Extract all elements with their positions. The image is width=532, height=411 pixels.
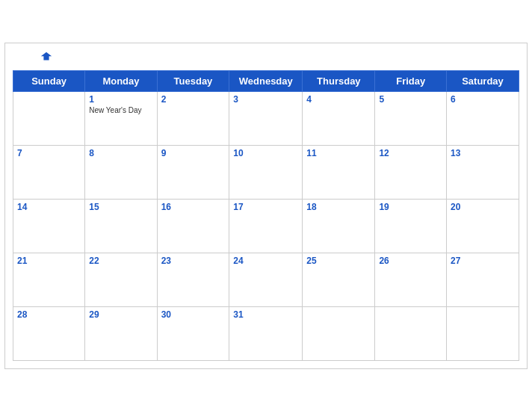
day-number: 25 xyxy=(306,256,371,266)
calendar-table: SundayMondayTuesdayWednesdayThursdayFrid… xyxy=(13,70,519,361)
holiday-label: New Year's Day xyxy=(89,106,152,115)
day-number: 29 xyxy=(89,309,152,320)
calendar-cell: 22 xyxy=(85,253,157,306)
weekday-header-saturday: Saturday xyxy=(447,70,519,91)
calendar-cell: 2 xyxy=(157,91,229,145)
day-number: 14 xyxy=(17,202,81,212)
calendar-cell: 16 xyxy=(157,199,229,253)
calendar-cell: 6 xyxy=(447,91,519,145)
day-number: 19 xyxy=(379,202,442,212)
day-number: 23 xyxy=(161,256,226,266)
calendar-cell: 12 xyxy=(375,145,447,199)
weekday-header-sunday: Sunday xyxy=(13,70,85,91)
weekday-header-thursday: Thursday xyxy=(303,70,375,91)
week-row-0: 1New Year's Day23456 xyxy=(13,91,519,145)
calendar-cell: 28 xyxy=(13,306,85,360)
day-number: 3 xyxy=(233,94,298,105)
week-row-3: 21222324252627 xyxy=(13,253,519,306)
calendar-cell: 20 xyxy=(447,199,519,253)
week-row-2: 14151617181920 xyxy=(13,199,519,253)
calendar-cell: 13 xyxy=(447,145,519,199)
day-number: 10 xyxy=(233,148,298,158)
day-number: 24 xyxy=(233,256,298,266)
calendar-cell: 18 xyxy=(303,199,375,253)
weekday-header-wednesday: Wednesday xyxy=(229,70,303,91)
day-number: 5 xyxy=(379,94,442,105)
calendar-cell: 30 xyxy=(157,306,229,360)
calendar-cell: 31 xyxy=(229,306,303,360)
calendar-cell: 19 xyxy=(375,199,447,253)
svg-marker-0 xyxy=(41,52,52,60)
week-row-4: 28293031 xyxy=(13,306,519,360)
week-row-1: 78910111213 xyxy=(13,145,519,199)
calendar-cell: 17 xyxy=(229,199,303,253)
day-number: 27 xyxy=(451,256,515,266)
day-number: 1 xyxy=(89,94,152,105)
calendar-cell: 14 xyxy=(13,199,85,253)
day-number: 30 xyxy=(161,309,226,320)
calendar-cell xyxy=(303,306,375,360)
calendar-cell xyxy=(375,306,447,360)
day-number: 2 xyxy=(161,94,226,105)
calendar-cell xyxy=(13,91,85,145)
day-number: 31 xyxy=(233,309,298,320)
calendar-cell: 3 xyxy=(229,91,303,145)
calendar-cell: 25 xyxy=(303,253,375,306)
weekday-header-monday: Monday xyxy=(85,70,157,91)
calendar-cell: 10 xyxy=(229,145,303,199)
calendar-wrapper: SundayMondayTuesdayWednesdayThursdayFrid… xyxy=(4,43,528,369)
weekday-header-friday: Friday xyxy=(375,70,447,91)
day-number: 4 xyxy=(306,94,371,105)
weekday-header-tuesday: Tuesday xyxy=(157,70,229,91)
logo-area xyxy=(16,51,75,64)
day-number: 21 xyxy=(17,256,81,266)
calendar-header xyxy=(13,51,519,64)
calendar-cell xyxy=(447,306,519,360)
day-number: 18 xyxy=(306,202,371,212)
calendar-cell: 1New Year's Day xyxy=(85,91,157,145)
logo-bird-icon xyxy=(40,51,53,64)
day-number: 16 xyxy=(161,202,226,212)
calendar-cell: 26 xyxy=(375,253,447,306)
weekday-header-row: SundayMondayTuesdayWednesdayThursdayFrid… xyxy=(13,70,519,91)
calendar-cell: 7 xyxy=(13,145,85,199)
calendar-cell: 15 xyxy=(85,199,157,253)
calendar-cell: 9 xyxy=(157,145,229,199)
day-number: 17 xyxy=(233,202,298,212)
calendar-cell: 11 xyxy=(303,145,375,199)
day-number: 22 xyxy=(89,256,152,266)
day-number: 8 xyxy=(89,148,152,158)
calendar-cell: 5 xyxy=(375,91,447,145)
day-number: 9 xyxy=(161,148,226,158)
day-number: 20 xyxy=(451,202,515,212)
day-number: 28 xyxy=(17,309,81,320)
logo-text xyxy=(38,51,53,64)
calendar-cell: 21 xyxy=(13,253,85,306)
day-number: 6 xyxy=(451,94,515,105)
calendar-cell: 27 xyxy=(447,253,519,306)
day-number: 15 xyxy=(89,202,152,212)
day-number: 11 xyxy=(306,148,371,158)
day-number: 7 xyxy=(17,148,81,158)
day-number: 13 xyxy=(451,148,515,158)
calendar-cell: 8 xyxy=(85,145,157,199)
calendar-cell: 24 xyxy=(229,253,303,306)
calendar-cell: 29 xyxy=(85,306,157,360)
calendar-cell: 23 xyxy=(157,253,229,306)
day-number: 12 xyxy=(379,148,442,158)
calendar-cell: 4 xyxy=(303,91,375,145)
day-number: 26 xyxy=(379,256,442,266)
